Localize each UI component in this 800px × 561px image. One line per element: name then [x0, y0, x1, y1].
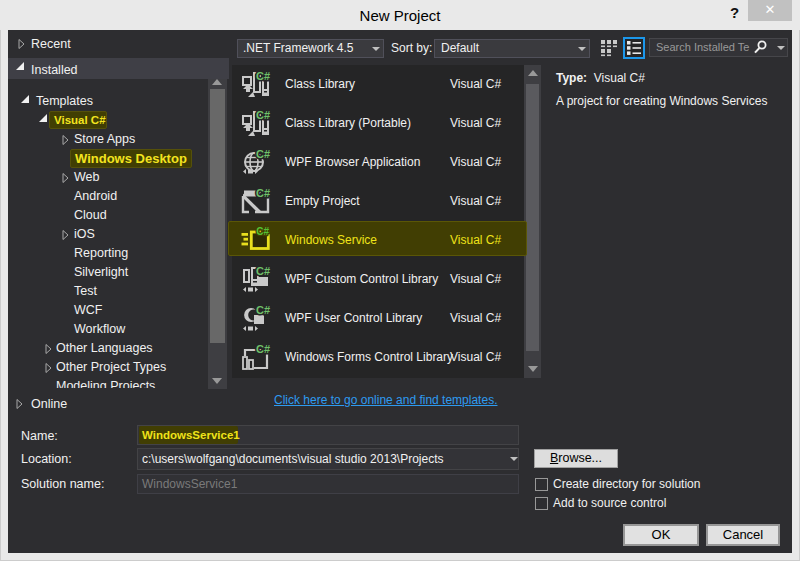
svg-text:C#: C# — [256, 109, 270, 121]
svg-text:C#: C# — [256, 70, 270, 82]
svg-text:C#: C# — [256, 226, 269, 237]
svg-text:C#: C# — [256, 187, 270, 199]
svg-text:C#: C# — [256, 148, 270, 160]
svg-text:C#: C# — [256, 343, 270, 355]
svg-text:C#: C# — [256, 304, 270, 316]
svg-text:C#: C# — [256, 265, 270, 277]
